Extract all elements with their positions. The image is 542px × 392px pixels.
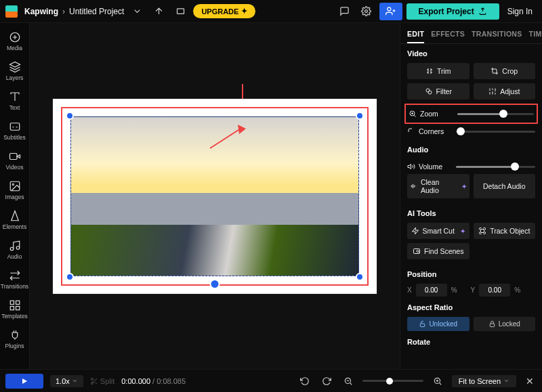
svg-rect-0 <box>177 9 184 14</box>
speed-selector[interactable]: 1.0x <box>50 375 83 387</box>
project-name[interactable]: Untitled Project <box>69 7 124 16</box>
svg-point-12 <box>16 246 20 250</box>
zoom-label: Zoom <box>409 110 452 118</box>
tab-transitions[interactable]: TRANSITIONS <box>472 27 522 43</box>
tab-edit[interactable]: EDIT <box>407 27 424 43</box>
resize-handle-bl[interactable] <box>66 273 74 281</box>
svg-point-21 <box>426 89 430 92</box>
volume-label: Volume <box>407 162 451 171</box>
nav-templates[interactable]: Templates <box>0 295 30 324</box>
svg-rect-14 <box>16 301 19 304</box>
zoom-slider[interactable] <box>457 113 534 115</box>
svg-rect-40 <box>490 324 494 327</box>
svg-marker-41 <box>22 378 27 384</box>
aspect-locked[interactable]: Locked <box>474 317 536 331</box>
split-button[interactable]: Split <box>90 377 114 385</box>
nav-subtitles[interactable]: Subtitles <box>0 116 30 145</box>
svg-rect-5 <box>10 123 20 131</box>
nav-transitions[interactable]: Transitions <box>0 265 30 294</box>
nav-layers[interactable]: Layers <box>0 57 30 85</box>
svg-point-1 <box>365 10 368 13</box>
upgrade-button[interactable]: UPGRADE✦ <box>193 4 255 18</box>
rotate-handle[interactable] <box>210 279 220 289</box>
redo-icon[interactable] <box>319 374 334 389</box>
svg-line-45 <box>95 382 97 384</box>
close-panel-icon[interactable]: ✕ <box>523 376 537 387</box>
svg-marker-3 <box>9 62 20 68</box>
svg-rect-13 <box>10 301 14 304</box>
timecode: 0:00.000 / 0:08.085 <box>121 377 186 385</box>
section-position-title: Position <box>407 270 535 278</box>
gear-icon[interactable] <box>358 3 375 20</box>
share-button[interactable] <box>379 3 402 20</box>
fit-to-screen-button[interactable]: Fit to Screen <box>452 375 516 387</box>
corners-slider[interactable] <box>456 131 535 133</box>
volume-slider[interactable] <box>456 166 535 168</box>
resize-handle-br[interactable] <box>356 273 364 281</box>
canvas-stage[interactable] <box>53 99 377 294</box>
sparkle-icon: ✦ <box>241 7 247 16</box>
nav-media[interactable]: Media <box>0 27 30 56</box>
detach-audio-button[interactable]: Detach Audio <box>474 174 536 198</box>
pos-x-label: X <box>407 286 412 294</box>
resize-handle-tr[interactable] <box>356 112 364 120</box>
svg-point-37 <box>417 251 419 253</box>
chevron-down-icon[interactable] <box>128 3 146 20</box>
adjust-button[interactable]: Adjust <box>474 83 536 100</box>
nav-plugins[interactable]: Plugins <box>0 325 30 353</box>
svg-marker-33 <box>408 165 411 169</box>
svg-line-47 <box>350 383 352 385</box>
crop-button[interactable]: Crop <box>474 63 536 79</box>
corners-label: Corners <box>407 127 451 135</box>
left-sidebar: Media Layers Text Subtitles Videos Image… <box>0 23 30 369</box>
resize-handle-tl[interactable] <box>66 112 74 120</box>
section-rotate-title: Rotate <box>407 338 535 346</box>
sparkle-icon: ✦ <box>461 183 467 190</box>
brand-name: Kapwing <box>24 7 58 16</box>
pos-y-input[interactable]: 0.00 <box>479 284 510 297</box>
signin-button[interactable]: Sign In <box>503 7 537 16</box>
timeline-zoom-slider[interactable] <box>362 380 423 382</box>
svg-point-42 <box>91 378 93 380</box>
svg-rect-35 <box>481 230 484 233</box>
aspect-unlocked[interactable]: Unlocked <box>407 317 470 331</box>
trim-button[interactable]: Trim <box>407 63 470 79</box>
undo-icon[interactable] <box>297 374 312 389</box>
zoom-in-icon[interactable] <box>430 374 445 389</box>
kapwing-logo <box>5 5 18 18</box>
svg-rect-6 <box>9 154 17 160</box>
play-button[interactable] <box>5 374 43 389</box>
svg-rect-15 <box>16 307 19 310</box>
svg-rect-16 <box>10 307 14 310</box>
section-audio-title: Audio <box>407 146 535 154</box>
comment-icon[interactable] <box>336 3 354 20</box>
tab-timing[interactable]: TIMING <box>529 27 542 43</box>
nav-images[interactable]: Images <box>0 176 30 204</box>
svg-marker-10 <box>11 211 18 221</box>
smartcut-button[interactable]: Smart Cut✦ <box>407 223 470 239</box>
filter-button[interactable]: Filter <box>407 83 470 100</box>
nav-audio[interactable]: Audio <box>0 236 30 264</box>
section-video-title: Video <box>407 49 535 58</box>
svg-point-9 <box>12 183 14 185</box>
canvas-area[interactable] <box>30 23 400 369</box>
trackobject-button[interactable]: Track Object <box>474 223 536 239</box>
svg-point-11 <box>10 247 14 251</box>
export-button[interactable]: Export Project <box>406 3 499 20</box>
section-ai-title: AI Tools <box>407 209 535 217</box>
selected-clip[interactable] <box>70 116 359 276</box>
findscenes-button[interactable]: Find Scenes <box>407 243 470 259</box>
pos-x-input[interactable]: 0.00 <box>416 284 447 297</box>
svg-marker-34 <box>412 227 418 234</box>
aspect-icon[interactable] <box>171 3 189 20</box>
nav-elements[interactable]: Elements <box>0 206 30 234</box>
nav-text[interactable]: Text <box>0 87 30 115</box>
clean-audio-button[interactable]: Clean Audio✦ <box>407 174 470 198</box>
upload-icon[interactable] <box>150 3 167 20</box>
app-header: Kapwing › Untitled Project UPGRADE✦ Expo… <box>0 0 542 23</box>
svg-point-22 <box>428 91 432 94</box>
svg-marker-7 <box>17 155 20 158</box>
zoom-out-icon[interactable] <box>341 374 356 389</box>
nav-videos[interactable]: Videos <box>0 146 30 175</box>
tab-effects[interactable]: EFFECTS <box>431 27 465 43</box>
